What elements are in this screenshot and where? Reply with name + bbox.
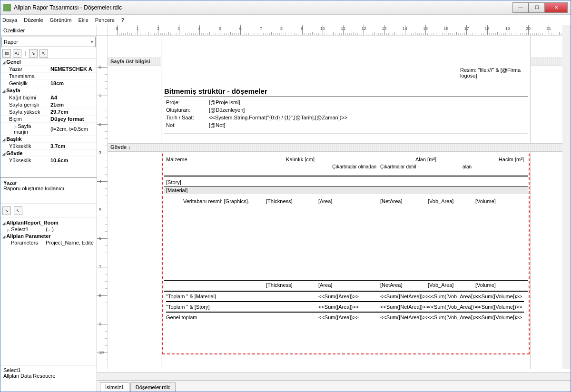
header-rule [164,176,528,176]
menu-duzenle[interactable]: Düzenle [24,17,43,23]
cat-genel[interactable]: Genel [0,59,97,66]
material-row[interactable]: [Material] [164,186,528,194]
prop-marjin-key[interactable]: Sayfa marjin [0,123,49,136]
sort-button[interactable]: A↓ [13,49,21,58]
tree-root-param[interactable]: Allplan Parameter [1,233,96,239]
prop-tanimlama-key[interactable]: Tanımlama [0,73,49,80]
titlebar: Allplan Rapor Tasarımcısı - Döşemeler.rd… [0,0,571,15]
hscrollbar[interactable] [97,372,571,380]
prop-bicim-key[interactable]: Biçim [0,116,49,123]
prop-yazar-val[interactable]: NEMETSCHEK A [49,66,97,73]
object-selector[interactable]: Rapor [1,37,96,47]
tree-expand-button[interactable]: ↘ [2,206,11,215]
menubar: Dosya Düzenle Görünüm Ekle Pencere ? [0,15,571,25]
menu-pencere[interactable]: Pencere [95,17,115,23]
info-rule [164,134,528,134]
prop-sayfag-key[interactable]: Sayfa genişli [0,101,49,108]
object-selector-value: Rapor [4,39,18,45]
desc2-body: Allplan Data Resoucre [3,373,94,379]
band-body-label[interactable]: Gövde ↓ [108,143,562,152]
prop-sayfay-key[interactable]: Sayfa yüksek [0,108,49,116]
desc-body: Raporu oluşturan kullanıcı. [3,186,94,191]
separator: | [23,49,27,58]
prop-sayfag-val[interactable]: 21cm [49,101,97,108]
tree-description: Select1 Allplan Data Resoucre [0,365,97,392]
tab-isimsiz[interactable]: İsimsiz1 [100,382,129,392]
menu-gorunum[interactable]: Görünüm [50,17,72,23]
properties-toolbar: ▤ A↓ | ↘ ↖ [0,48,97,59]
menu-ekle[interactable]: Ekle [78,17,88,23]
ruler-horizontal: 0123456789101112131415161718192021 [108,25,562,36]
tree-collapse-button[interactable]: ↖ [14,206,22,215]
prop-yazar-key[interactable]: Yazar [0,66,49,73]
design-area: 0123456789101112131415161718192021 01234… [97,25,571,392]
app-icon [3,4,11,11]
data-tree[interactable]: AllplanReport_Room Select1 (...) Allplan… [0,217,97,365]
close-button[interactable]: ✕ [545,2,568,13]
vscrollbar[interactable] [562,36,571,369]
info-table[interactable]: Proje:[@Proje ismi] Oluşturan:[@Düzenley… [164,98,526,129]
property-description: Yazar Raporu oluşturan kullanıcı. [0,177,97,204]
logo-placeholder[interactable]: Resim: "file:///" & [@Firma logosu] [460,67,527,78]
app-window: Allplan Rapor Tasarımcısı - Döşemeler.rd… [0,0,571,392]
story-row[interactable]: [Story] [Material] [164,178,528,194]
expand-button[interactable]: ↘ [29,49,38,58]
window-buttons: — ☐ ✕ [512,2,568,13]
prop-genislik-val[interactable]: 18cm [49,80,97,87]
vscroll-corner [562,25,571,36]
prop-kagit-val[interactable]: A4 [49,94,97,101]
document-tabs: İsimsiz1 Döşemeler.rdlc [97,380,571,392]
subtotal-row[interactable]: [Thickness] [Area] [NetArea] [Vob_Area] … [164,281,526,289]
ruler-vertical: 012345678910 [97,36,108,369]
title-rule [164,97,528,97]
design-surface[interactable]: Sayfa üst bilgisi ↓ Resim: "file:///" & … [108,36,562,369]
maximize-button[interactable]: ☐ [529,2,545,13]
report-page[interactable]: Resim: "file:///" & [@Firma logosu] Bitm… [161,36,531,369]
categorize-button[interactable]: ▤ [2,49,11,58]
minimize-button[interactable]: — [512,2,529,13]
tree-root-report[interactable]: AllplanReport_Room [1,219,96,226]
desc2-title: Select1 [3,367,94,373]
menu-dosya[interactable]: Dosya [2,17,17,23]
cat-govde[interactable]: Gövde [0,150,97,157]
ruler-corner [97,25,108,36]
prop-yuk2-key[interactable]: Yükseklik [0,157,49,164]
collapse-button[interactable]: ↖ [39,49,48,58]
client-area: Özellikler Rapor ▤ A↓ | ↘ ↖ Genel YazarN… [0,25,571,392]
tab-dosemeler[interactable]: Döşemeler.rdlc [130,382,176,392]
prop-yuk2-val[interactable]: 10.6cm [49,157,97,164]
panel-header-ozellikler: Özellikler [0,25,97,36]
window-title: Allplan Rapor Tasarımcısı - Döşemeler.rd… [14,4,512,11]
tree-node-params[interactable]: Parameters Project_Name, Edite [1,239,96,246]
prop-marjin-val[interactable]: (l=2cm, t=0.5cm [49,123,97,136]
menu-help[interactable]: ? [121,17,124,23]
column-headers[interactable]: Malzeme Kalınlık [cm] Alan [m²] Hacim [m… [164,156,526,170]
prop-sayfay-val[interactable]: 29.7cm [49,108,97,116]
desc-title: Yazar [3,180,94,186]
cat-sayfa[interactable]: Sayfa [0,87,97,94]
property-grid[interactable]: Genel YazarNEMETSCHEK A Tanımlama Genişl… [0,59,97,177]
report-title[interactable]: Bitmemiş strüktür - döşemeler [164,87,267,95]
prop-bicim-val[interactable]: Düşey format [49,116,97,123]
cat-baslik[interactable]: Başlık [0,136,97,143]
totals-table[interactable]: "Toplam " & [Material] <<Sum([Area])>> <… [164,293,526,321]
prop-yuk1-key[interactable]: Yükseklik [0,143,49,150]
canvas-scroll[interactable]: 0123456789101112131415161718192021 01234… [97,25,571,372]
prop-yuk1-val[interactable]: 3.7cm [49,143,97,150]
tree-toolbar: ↘ ↖ [0,204,97,217]
prop-genislik-key[interactable]: Genişlik [0,80,49,87]
properties-panel: Özellikler Rapor ▤ A↓ | ↘ ↖ Genel YazarN… [0,25,97,392]
prop-kagit-key[interactable]: Kağıt biçimi [0,94,49,101]
detail-row[interactable]: Veritabanı resmi: [Graphics]. [Thickness… [164,197,526,205]
tree-node-select1[interactable]: Select1 (...) [1,226,96,233]
